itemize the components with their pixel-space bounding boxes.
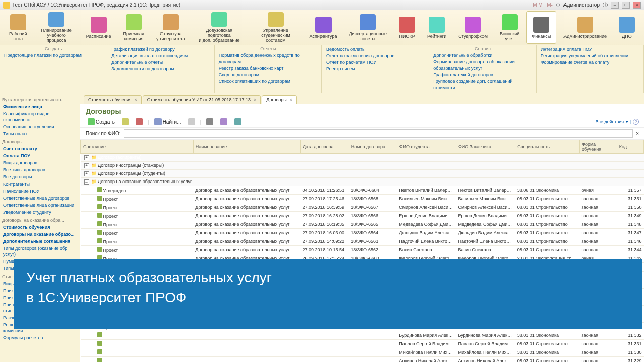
subribbon-link[interactable]: Список оплативших по договорам [219, 78, 317, 85]
column-header[interactable]: ФИО Заказчика [456, 140, 515, 154]
sidebar-item[interactable]: Начисление ПОУ [2, 188, 78, 195]
subribbon-link[interactable]: Дополнительные отчеты [111, 59, 210, 66]
sidebar-item[interactable]: Ответственные лица организации [2, 202, 78, 209]
table-row[interactable]: ПроектДоговор на оказание образовательны… [81, 212, 644, 220]
sidebar-item[interactable]: Ответственные лица договоров [2, 195, 78, 202]
subribbon-link[interactable]: Реестр писем [326, 66, 425, 72]
sidebar-item[interactable]: Счет на оплату [2, 145, 78, 152]
sidebar-item[interactable]: Контрагенты [2, 180, 78, 188]
column-header[interactable]: Код [617, 140, 643, 154]
tree-folder-row[interactable]: –📁 Договор на оказание образовательных у… [81, 178, 644, 186]
subribbon-link[interactable]: Отчет по заключению договоров [326, 53, 425, 59]
ribbon-item[interactable]: Расписание [81, 11, 116, 44]
admin-label[interactable]: Администратор [564, 2, 600, 8]
sidebar-item[interactable]: Оплата ПОУ [2, 152, 78, 159]
ribbon-item[interactable]: Довузовская подготовка и доп. образовани… [192, 11, 247, 44]
subribbon-link[interactable]: График платежей договоров [433, 72, 532, 78]
tree-folder-row[interactable]: +📁 Договор (аспиранты) [81, 154, 644, 162]
refresh-button[interactable] [232, 117, 244, 126]
close-button[interactable]: × [633, 2, 641, 9]
ribbon-item[interactable]: Студпрофком [453, 11, 493, 44]
find-button[interactable]: Найти... [152, 117, 183, 126]
sidebar-item[interactable]: Виды договоров [2, 159, 78, 166]
subribbon-link[interactable]: Ведомость оплаты [326, 46, 425, 53]
subribbon-link[interactable]: Детализация выплат по стипендиям [111, 53, 210, 59]
subribbon-link[interactable]: Реестр заказа банковских карт [219, 65, 317, 72]
tree-folder-row[interactable]: +📁 Договор иностранцы (студенты) [81, 170, 644, 178]
all-actions-button[interactable]: Все действия ▾ | ? [596, 119, 639, 125]
column-header[interactable]: Специальность [515, 140, 580, 154]
ribbon-item[interactable]: Приемная комиссия [118, 11, 149, 44]
ribbon-item[interactable]: Аспирантура [304, 11, 342, 44]
column-header[interactable]: Состояние [81, 140, 194, 154]
ribbon-item[interactable]: ДПО [614, 11, 640, 44]
create-button[interactable]: Создать [86, 117, 117, 126]
sidebar-item[interactable]: Все типы договоров [2, 166, 78, 173]
minimize-button[interactable]: – [611, 2, 619, 9]
expand-icon[interactable]: – [84, 179, 89, 185]
table-row[interactable]: ПроектДоговор на оказание образовательны… [81, 246, 644, 254]
search-input[interactable] [124, 129, 633, 138]
column-header[interactable]: Форма обучения [580, 140, 617, 154]
table-row[interactable]: ПроектДоговор на оказание образовательны… [81, 203, 644, 212]
sidebar-item[interactable]: Уведомление студенту [2, 209, 78, 216]
ribbon-item[interactable]: Воинский учет [495, 11, 525, 44]
tab[interactable]: Договоры× [262, 95, 297, 104]
delete-button[interactable] [134, 117, 145, 126]
ribbon-item[interactable]: Планирование учебного процесса [34, 11, 78, 44]
tab-close-icon[interactable]: × [135, 97, 137, 102]
search-clear-icon[interactable]: × [636, 131, 639, 136]
sidebar-item[interactable]: Формулы расчетов [2, 334, 78, 341]
ribbon-item[interactable]: Управление студенческим составом [249, 11, 302, 44]
sidebar-item[interactable]: Типы договоров (оказание обр. услуг) [2, 245, 78, 258]
ribbon-item[interactable]: Рабочий стол [4, 11, 32, 44]
ribbon-item[interactable]: Администрирование [558, 11, 612, 44]
sidebar-item[interactable]: Стоимость обучения [2, 224, 78, 231]
subribbon-link[interactable]: Формирование счетов на оплату [541, 59, 639, 66]
table-row[interactable]: ПроектДоговор на оказание образовательны… [81, 237, 644, 246]
subribbon-link[interactable]: Свод по договорам [219, 72, 317, 78]
tree-folder-row[interactable]: +📁 Договор иностранцы (стажеры) [81, 162, 644, 170]
subribbon-link[interactable]: Дополнительные обработки [433, 52, 532, 59]
subribbon-link[interactable]: График платежей по договору [111, 46, 210, 53]
print-button[interactable] [204, 117, 215, 126]
subribbon-link[interactable]: Регистрация уведомлений об отчислении [541, 53, 639, 59]
table-row[interactable]: ПроектДоговор на оказание образовательны… [81, 195, 644, 203]
subribbon-link[interactable]: Интеграция оплата ПОУ [541, 46, 639, 53]
sidebar-item[interactable]: Договоры на оказание образо... [2, 231, 78, 238]
sidebar-item[interactable]: Основания поступления [2, 123, 78, 130]
column-header[interactable]: Номер договора [349, 140, 397, 154]
table-row[interactable]: ПроектДоговор на оказание образовательны… [81, 220, 644, 229]
table-row[interactable]: Павлов Сергей Владимиро...Павлов Сергей … [81, 340, 644, 348]
sidebar-item[interactable]: Все договоры [2, 173, 78, 180]
subribbon-link[interactable]: Предстоящие платежи по договорам [4, 52, 103, 59]
column-header[interactable]: Дата договора [300, 140, 349, 154]
table-row[interactable]: Архипов Николай Алексеев...Архипов Никол… [81, 357, 644, 363]
maximize-button[interactable]: □ [622, 2, 630, 9]
table-row[interactable]: ПроектДоговор на оказание образовательны… [81, 229, 644, 237]
m-buttons[interactable]: M M+ M- [533, 2, 553, 8]
sidebar-item[interactable]: Типы оплат [2, 130, 78, 137]
copy-button[interactable] [120, 117, 131, 126]
sidebar-item[interactable]: Физические лица [2, 103, 78, 110]
ribbon-item[interactable]: Диссертационные советы [344, 11, 392, 44]
sidebar-item[interactable]: Дополнительные соглашения [2, 238, 78, 245]
ribbon-item[interactable]: Финансы [526, 11, 556, 44]
help-icon[interactable]: ⓘ [603, 2, 608, 9]
tab[interactable]: Стоимость обучения У ИГ от 31.05.2018 17… [143, 95, 261, 104]
table-row[interactable]: Бурдинова Мария Алексее...Бурдинова Мари… [81, 331, 644, 340]
expand-icon[interactable]: + [84, 163, 89, 168]
table-row[interactable]: Михайлова Нелли Михайло...Михайлова Нелл… [81, 348, 644, 357]
subribbon-link[interactable]: Отчет по расчетам ПОУ [326, 59, 425, 66]
export-button[interactable] [218, 117, 229, 126]
tab-close-icon[interactable]: × [254, 97, 256, 102]
sidebar-item[interactable]: Классификатор видов экономическ... [2, 110, 78, 123]
table-row[interactable]: УтвержденДоговор на оказание образовател… [81, 186, 644, 195]
column-header[interactable]: ФИО студента [397, 140, 456, 154]
tab-close-icon[interactable]: × [290, 97, 292, 102]
ribbon-item[interactable]: Рейтинги [422, 11, 451, 44]
expand-icon[interactable]: + [84, 171, 89, 176]
subribbon-link[interactable]: Групповое создание доп. соглашений стоим… [433, 78, 532, 92]
subribbon-link[interactable]: Задолженности по договорам [111, 66, 210, 72]
subribbon-link[interactable]: Норматив сбора денежных средств по догов… [219, 52, 317, 65]
